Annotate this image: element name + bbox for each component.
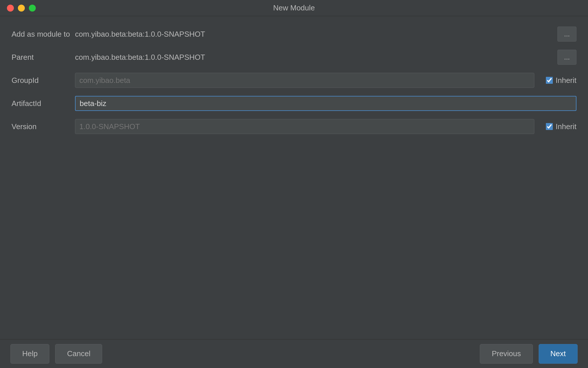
version-input[interactable] bbox=[75, 119, 534, 134]
close-button[interactable] bbox=[7, 5, 14, 12]
version-row: Version Inherit bbox=[12, 119, 576, 134]
group-id-label: GroupId bbox=[12, 76, 75, 85]
window-title: New Module bbox=[273, 3, 315, 12]
add-module-dots-button[interactable]: ... bbox=[557, 27, 576, 42]
add-module-value: com.yibao.beta:beta:1.0.0-SNAPSHOT bbox=[75, 30, 552, 39]
next-button[interactable]: Next bbox=[539, 344, 578, 364]
parent-row: Parent com.yibao.beta:beta:1.0.0-SNAPSHO… bbox=[12, 50, 576, 65]
artifact-id-input-wrap bbox=[75, 96, 576, 111]
previous-button[interactable]: Previous bbox=[480, 344, 533, 364]
version-input-wrap: Inherit bbox=[75, 119, 576, 134]
maximize-button[interactable] bbox=[29, 5, 36, 12]
group-id-inherit-checkbox[interactable] bbox=[546, 77, 553, 84]
group-id-input[interactable] bbox=[75, 73, 534, 88]
footer-left-buttons: Help Cancel bbox=[10, 344, 102, 364]
add-module-label: Add as module to bbox=[12, 30, 75, 39]
version-inherit-wrap: Inherit bbox=[546, 122, 576, 131]
add-module-row: Add as module to com.yibao.beta:beta:1.0… bbox=[12, 27, 576, 42]
version-inherit-label: Inherit bbox=[556, 122, 576, 131]
version-label: Version bbox=[12, 122, 75, 131]
parent-label: Parent bbox=[12, 53, 75, 62]
help-button[interactable]: Help bbox=[10, 344, 49, 364]
window-controls bbox=[7, 5, 36, 12]
cancel-button[interactable]: Cancel bbox=[55, 344, 102, 364]
footer-right-buttons: Previous Next bbox=[480, 344, 578, 364]
artifact-id-input[interactable] bbox=[75, 96, 576, 111]
group-id-inherit-wrap: Inherit bbox=[546, 76, 576, 85]
main-content: Add as module to com.yibao.beta:beta:1.0… bbox=[0, 16, 588, 339]
parent-dots-button[interactable]: ... bbox=[557, 50, 576, 65]
footer: Help Cancel Previous Next bbox=[0, 339, 588, 368]
minimize-button[interactable] bbox=[18, 5, 25, 12]
artifact-id-label: ArtifactId bbox=[12, 99, 75, 108]
content-spacer bbox=[12, 142, 576, 329]
titlebar: New Module bbox=[0, 0, 588, 16]
group-id-inherit-label: Inherit bbox=[556, 76, 576, 85]
artifact-id-row: ArtifactId bbox=[12, 96, 576, 111]
version-inherit-checkbox[interactable] bbox=[546, 123, 553, 130]
group-id-row: GroupId Inherit bbox=[12, 73, 576, 88]
group-id-input-wrap: Inherit bbox=[75, 73, 576, 88]
parent-value: com.yibao.beta:beta:1.0.0-SNAPSHOT bbox=[75, 53, 552, 62]
